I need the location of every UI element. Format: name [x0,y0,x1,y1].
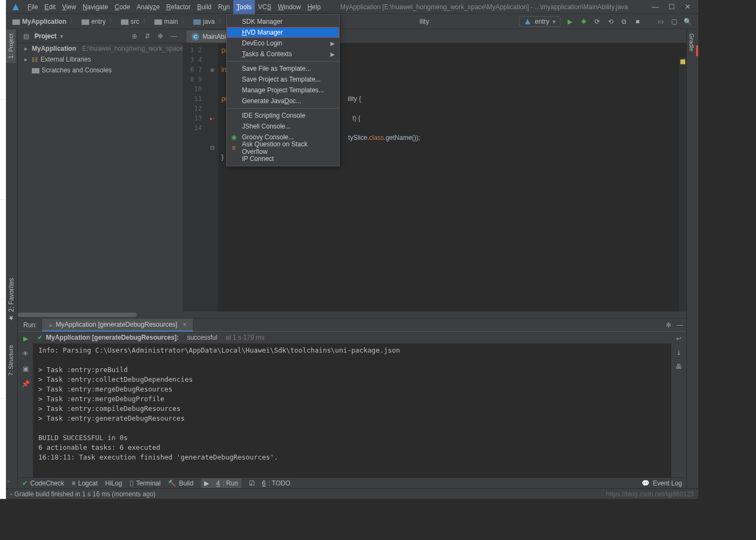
status-icon: ▫ [10,490,12,498]
settings-icon[interactable]: ✻ [156,32,165,40]
menu-help[interactable]: Help [304,0,324,14]
collapse-icon[interactable]: ⇵ [143,32,152,40]
pin-icon[interactable]: 📌 [22,380,30,388]
profiler-icon[interactable]: ⟲ [606,17,615,25]
bt-logcat[interactable]: ≡Logcat [72,480,98,487]
crumb-trail: ility [417,18,431,25]
menu-view[interactable]: View [59,0,79,14]
sdk-icon[interactable]: ▢ [670,17,678,25]
bt-hilog[interactable]: HiLog [105,480,122,487]
crumb-src[interactable]: src〉 [119,17,152,26]
run-icon[interactable]: ▶ [566,17,574,25]
close-tab-icon[interactable]: × [183,321,186,328]
menu-stackoverflow[interactable]: ≡Ask Question on Stack Overflow [227,143,339,153]
menu-jshell[interactable]: JShell Console... [227,121,339,132]
svg-rect-3 [154,19,162,25]
menu-deveco-login[interactable]: DevEco Login▶ [227,38,339,49]
gutter-icons: ⊕ ●↑ ⊟ [206,43,218,318]
debug-icon[interactable]: ✱ [579,17,588,25]
soft-wrap-icon[interactable]: ↩ [676,335,681,342]
search-icon[interactable]: 🔍 [684,17,692,25]
bt-codecheck[interactable]: ✔CodeCheck [22,480,64,487]
minimize-icon[interactable]: — [652,3,659,11]
gradle-icon: ⟁ [49,321,52,328]
run-left-toolbar: ▶ 👁 ▣ 📌 [18,332,33,477]
bt-run[interactable]: ▶ 4: Run [201,478,241,488]
locate-icon[interactable]: ⊕ [130,32,139,40]
menu-save-file-template[interactable]: Save File as Template... [227,63,339,74]
sidetab-gradle[interactable]: Gradle [687,29,697,56]
menu-tasks-contexts[interactable]: Tasks & Contexts▶ [227,49,339,59]
bt-eventlog[interactable]: 💬Event Log [642,480,682,487]
maximize-icon[interactable]: ☐ [669,3,675,11]
menu-ide-scripting[interactable]: IDE Scripting Console [227,110,339,121]
menu-save-project-template[interactable]: Save Project as Template... [227,74,339,85]
bt-build[interactable]: 🔨Build [168,480,193,487]
app-logo-icon [11,3,20,11]
menu-vcs[interactable]: VCS [255,0,275,14]
project-panel-title: Project [35,32,57,40]
status-text: Gradle build finished in 1 s 16 ms (mome… [15,490,156,498]
tree-external-libs[interactable]: ▸⫿⫿External Libraries [18,54,183,65]
sidetab-favorites[interactable]: ★2: Favorites [6,274,17,326]
run-panel-label: Run: [18,321,42,329]
sidetab-project[interactable]: 1: Project [6,29,16,63]
left-tool-gutter: 1: Project ★2: Favorites 7: Structure ▫ [6,29,18,488]
avd-icon[interactable]: ▭ [657,17,665,25]
scroll-end-icon[interactable]: ⤓ [676,349,681,356]
rerun-icon[interactable]: ▶ [23,335,28,342]
filter-icon[interactable]: 👁 [22,350,29,357]
run-hide-icon[interactable]: — [677,321,683,329]
menu-tools[interactable]: Tools [233,0,255,14]
status-bar: ▫ Gradle build finished in 1 s 16 ms (mo… [6,488,698,499]
menu-manage-templates[interactable]: Manage Project Templates... [227,85,339,96]
run-tab[interactable]: ⟁ MyApplication [generateDebugResources]… [42,319,193,332]
error-stripe[interactable] [679,57,686,318]
tool-window-icon[interactable]: ▫ [8,477,10,485]
menu-generate-javadoc[interactable]: Generate JavaDoc... [227,96,339,106]
right-tool-gutter: Gradle [686,29,698,488]
menu-navigate[interactable]: Navigate [79,0,111,14]
project-view-icon[interactable]: ▤ [21,32,31,40]
expand-icon[interactable]: ▣ [23,365,29,373]
menu-sdk-manager[interactable]: SDK Manager [227,16,339,27]
menu-build[interactable]: Build [194,0,215,14]
run-settings-icon[interactable]: ✻ [666,321,671,329]
java-class-icon: C [192,33,199,40]
menu-run[interactable]: Run [215,0,233,14]
menu-window[interactable]: Window [274,0,304,14]
editor-hscrollbar[interactable] [18,312,686,318]
menu-refactor[interactable]: Refactor [163,0,194,14]
print-icon[interactable]: 🖶 [676,363,682,370]
attach-icon[interactable]: ⧉ [620,17,628,25]
menu-file[interactable]: File [24,0,41,14]
tree-root[interactable]: ▸MyApplication E:\huawei_hongmeng_work_s… [18,43,183,54]
menu-hvd-manager[interactable]: HVD Manager [227,27,339,38]
menu-edit[interactable]: Edit [41,0,59,14]
crumb-project[interactable]: MyApplication〉 [10,17,79,26]
crumb-main[interactable]: main〉 [152,17,191,26]
project-panel-header: ▤ Project ▾ ⊕ ⇵ ✻ — [18,29,183,43]
crumb-entry[interactable]: entry〉 [79,17,119,26]
error-stripe-marker [696,45,698,56]
menu-code[interactable]: Code [111,0,133,14]
run-panel: Run: ⟁ MyApplication [generateDebugResou… [18,318,686,477]
sidetab-structure[interactable]: 7: Structure [6,341,16,380]
crumb-java[interactable]: java〉 [191,17,228,26]
svg-rect-8 [32,68,39,73]
bt-terminal[interactable]: ⌷Terminal [130,480,160,487]
close-icon[interactable]: ✕ [685,3,691,11]
tree-scratches[interactable]: Scratches and Consoles [18,65,183,76]
run-right-toolbar: ↩ ⤓ 🖶 [671,332,686,477]
toolbar: MyApplication〉 entry〉 src〉 main〉 java〉 c… [6,14,698,29]
menu-analyze[interactable]: Analyze [133,0,163,14]
coverage-icon[interactable]: ⟳ [593,17,601,25]
run-console[interactable]: Info: Parsing C:\Users\Administrator\App… [33,343,671,477]
menu-ip-connect[interactable]: IP Connect [227,153,339,164]
hide-icon[interactable]: — [168,32,179,40]
inspection-indicator-icon[interactable] [680,59,685,64]
run-config-selector[interactable]: entry▾ [519,16,561,27]
stop-icon[interactable]: ■ [633,17,642,25]
project-tree[interactable]: ▸MyApplication E:\huawei_hongmeng_work_s… [18,43,183,318]
bt-todo[interactable]: ☑ 6: TODO [249,480,291,487]
